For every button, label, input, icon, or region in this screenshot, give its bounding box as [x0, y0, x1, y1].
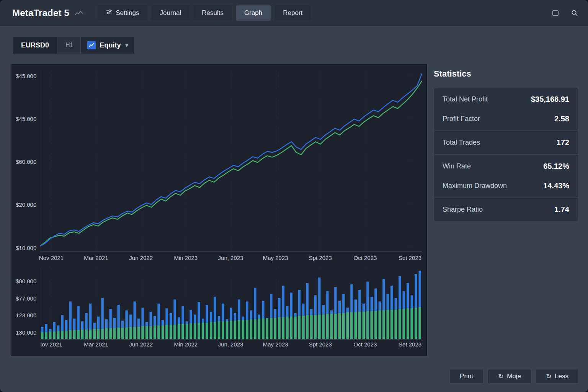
tab-graph[interactable]: Graph — [236, 5, 271, 21]
volume-y-axis-labels: $80.000$77.000123.000130.000 — [16, 268, 39, 339]
search-icon[interactable] — [571, 10, 578, 16]
stat-total-trades: Total Trades 172 — [434, 133, 578, 152]
tab-journal[interactable]: Journal — [152, 5, 190, 21]
window-controls — [552, 10, 578, 16]
footer-buttons: Print ↻ Moje ↻ Less — [449, 369, 579, 384]
tab-settings[interactable]: Settings — [98, 5, 147, 21]
stats-group-risk: Win Rate 65.12% Maximum Drawdown 14.43% — [434, 155, 578, 198]
app-title: MetaTradet 5 — [12, 8, 69, 18]
stat-profit-factor: Profit Factor 2.58 — [434, 109, 578, 129]
chart-panel: $45.000$45.000$60.000$20.000$10.000 Nov … — [11, 64, 427, 356]
statistics-panel: Total Net Profit $35,168.91 Profit Facto… — [434, 87, 578, 222]
refresh-icon: ↻ — [546, 373, 552, 380]
restore-window-icon[interactable] — [552, 10, 559, 16]
tab-report-label: Report — [283, 9, 302, 17]
tab-settings-label: Settings — [116, 9, 139, 17]
equity-chart[interactable] — [40, 70, 422, 252]
print-button-label: Print — [460, 372, 473, 380]
volume-chart[interactable] — [40, 268, 422, 340]
refresh-icon: ↻ — [498, 373, 504, 380]
stats-group-trades: Total Trades 172 — [434, 131, 578, 155]
statistics-title: Statistics — [434, 69, 471, 79]
tab-journal-label: Journal — [160, 9, 181, 17]
timeframe-button[interactable]: H1 — [58, 37, 80, 54]
trend-icon — [75, 10, 83, 16]
tab-results[interactable]: Results — [193, 5, 232, 21]
tab-results-label: Results — [202, 9, 224, 17]
stat-win-rate: Win Rate 65.12% — [434, 157, 578, 176]
application-window: MetaTradet 5 Settings Journal Results Gr… — [0, 0, 588, 392]
stats-group-sharpe: Sharpe Ratio 1.74 — [434, 198, 578, 221]
equity-x-axis-labels: Nov 2021Mar 2021Jun 2022Min 2023Jun, 202… — [40, 255, 421, 263]
equity-selector[interactable]: Equity ▾ — [81, 37, 134, 54]
symbol-label: EURSD0 — [13, 37, 57, 54]
main-tabs: Settings Journal Results Graph Report — [98, 5, 311, 21]
stats-group-profit: Total Net Profit $35,168.91 Profit Facto… — [434, 88, 578, 131]
sliders-icon — [106, 9, 112, 17]
equity-selector-label: Equity — [100, 41, 121, 49]
title-bar: MetaTradet 5 Settings Journal Results Gr… — [0, 0, 588, 26]
more-button[interactable]: ↻ Moje — [488, 369, 531, 384]
stat-total-net-profit: Total Net Profit $35,168.91 — [434, 90, 578, 109]
symbol-toolbar: EURSD0 H1 Equity ▾ — [13, 37, 134, 54]
equity-y-axis-labels: $45.000$45.000$60.000$20.000$10.000 — [16, 70, 39, 251]
tab-report[interactable]: Report — [274, 5, 311, 21]
stat-sharpe-ratio: Sharpe Ratio 1.74 — [434, 200, 578, 219]
tab-graph-label: Graph — [244, 9, 262, 17]
chevron-down-icon: ▾ — [126, 42, 128, 48]
volume-x-axis-labels: Iov 2021Mar 2021Jun 2022Min 2022Jun, 202… — [40, 341, 421, 350]
equity-chart-icon — [87, 41, 96, 49]
stat-maximum-drawdown: Maximum Drawdown 14.43% — [434, 176, 578, 196]
print-button[interactable]: Print — [449, 369, 483, 384]
less-button-label: Less — [555, 372, 568, 380]
less-button[interactable]: ↻ Less — [536, 369, 579, 384]
more-button-label: Moje — [507, 372, 521, 380]
